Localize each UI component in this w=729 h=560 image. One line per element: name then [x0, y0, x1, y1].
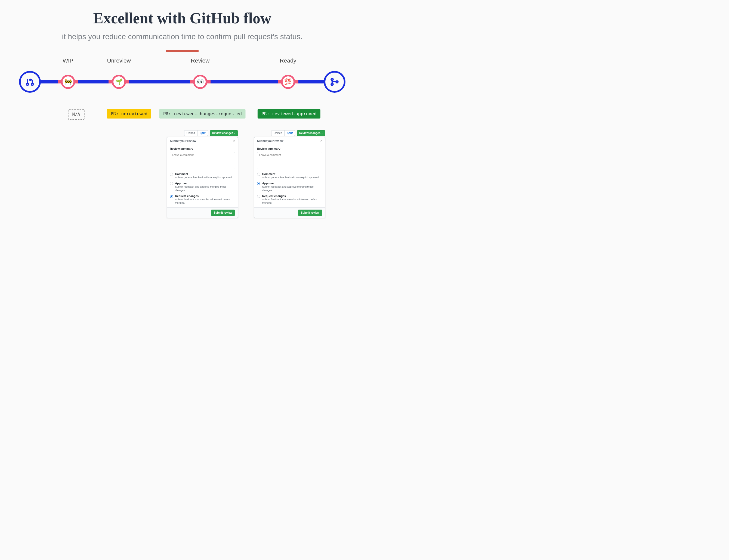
review-changes-label: Review changes: [299, 132, 320, 135]
stage-label-ready: Ready: [280, 57, 296, 64]
popover-title: Submit your review: [257, 139, 283, 142]
review-option-desc: Submit general feedback without explicit…: [175, 176, 232, 179]
review-option-request[interactable]: Request changesSubmit feedback that must…: [257, 194, 322, 205]
review-comment-input[interactable]: [170, 152, 235, 169]
review-panel-ready: UnifiedSplitReview changesSubmit your re…: [254, 130, 325, 218]
stage-label-wip: WIP: [63, 57, 73, 64]
review-option-request[interactable]: Request changesSubmit feedback that must…: [170, 194, 235, 205]
diff-view-toggle[interactable]: UnifiedSplit: [271, 130, 295, 136]
review-option-label: Request changes: [262, 194, 322, 198]
review-popover: Submit your review×Review summaryComment…: [254, 137, 325, 218]
review-option-label: Approve: [175, 182, 235, 185]
review-option-approve[interactable]: ApproveSubmit feedback and approve mergi…: [257, 182, 322, 192]
pr-label-badge: PR: reviewed-changes-requested: [159, 109, 246, 119]
radio-icon[interactable]: [170, 182, 173, 185]
svg-point-4: [336, 81, 338, 83]
close-icon[interactable]: ×: [320, 139, 322, 142]
review-option-desc: Submit feedback and approve merging thes…: [262, 185, 322, 192]
review-option-comment[interactable]: CommentSubmit general feedback without e…: [257, 172, 322, 179]
stage-node-wip: 🚧: [61, 75, 75, 89]
review-changes-button[interactable]: Review changes: [210, 130, 238, 136]
radio-icon[interactable]: [257, 173, 260, 176]
pr-label-badge: PR: reviewed-approved: [257, 109, 320, 119]
review-option-label: Comment: [175, 172, 232, 176]
flow-diagram: WIPUnreviewReviewReady 🚧🌱👀💯: [19, 68, 345, 109]
stage-node-unreview: 🌱: [112, 75, 126, 89]
review-option-label: Request changes: [175, 194, 235, 198]
review-option-comment[interactable]: CommentSubmit general feedback without e…: [170, 172, 235, 179]
split-toggle[interactable]: Split: [284, 130, 295, 136]
submit-review-button[interactable]: Submit review: [298, 210, 322, 216]
review-changes-label: Review changes: [212, 132, 233, 135]
unified-toggle[interactable]: Unified: [271, 130, 284, 136]
popover-footer: Submit review: [254, 207, 325, 218]
review-popover: Submit your review×Review summaryComment…: [167, 137, 238, 218]
stage-node-ready: 💯: [281, 75, 295, 89]
review-option-desc: Submit feedback that must be addressed b…: [175, 198, 235, 205]
review-panels-row: UnifiedSplitReview changesSubmit your re…: [19, 130, 345, 234]
stage-label-unreview: Unreview: [107, 57, 131, 64]
popover-body: Review summaryCommentSubmit general feed…: [167, 144, 238, 207]
svg-point-1: [31, 83, 33, 85]
svg-point-0: [26, 83, 28, 85]
radio-icon[interactable]: [257, 195, 260, 198]
stage-label-review: Review: [191, 57, 210, 64]
diff-toolbar: UnifiedSplitReview changes: [254, 130, 325, 136]
svg-point-3: [331, 83, 333, 85]
page-subtitle: it helps you reduce communication time t…: [0, 32, 364, 41]
stage-node-review: 👀: [193, 75, 207, 89]
pull-request-icon: [25, 77, 35, 87]
diff-view-toggle[interactable]: UnifiedSplit: [184, 130, 208, 136]
radio-icon[interactable]: [170, 173, 173, 176]
chevron-down-icon: [234, 133, 235, 134]
split-toggle[interactable]: Split: [197, 130, 208, 136]
popover-title: Submit your review: [170, 139, 196, 142]
chevron-down-icon: [321, 133, 323, 134]
flow-start-node: [19, 71, 41, 93]
badges-row: N/APR: unreviewedPR: reviewed-changes-re…: [19, 109, 345, 123]
review-option-label: Approve: [262, 182, 322, 185]
review-option-desc: Submit general feedback without explicit…: [262, 176, 319, 179]
divider: [166, 50, 198, 52]
radio-icon[interactable]: [170, 195, 173, 198]
popover-body: Review summaryCommentSubmit general feed…: [254, 144, 325, 207]
popover-footer: Submit review: [167, 207, 238, 218]
review-summary-label: Review summary: [170, 147, 235, 150]
review-option-label: Comment: [262, 172, 319, 176]
diff-toolbar: UnifiedSplitReview changes: [167, 130, 238, 136]
svg-point-2: [331, 78, 333, 80]
review-option-desc: Submit feedback that must be addressed b…: [262, 198, 322, 205]
submit-review-button[interactable]: Submit review: [211, 210, 235, 216]
page-title: Excellent with GitHub flow: [0, 10, 364, 27]
merge-icon: [330, 77, 339, 87]
review-option-desc: Submit feedback and approve merging thes…: [175, 185, 235, 192]
review-changes-button[interactable]: Review changes: [297, 130, 325, 136]
flow-end-node: [324, 71, 345, 93]
review-panel-review: UnifiedSplitReview changesSubmit your re…: [167, 130, 238, 218]
popover-header: Submit your review×: [254, 137, 325, 144]
hero-section: Excellent with GitHub flow it helps you …: [0, 0, 364, 52]
close-icon[interactable]: ×: [233, 139, 235, 142]
pr-label-badge: PR: unreviewed: [107, 109, 151, 119]
radio-icon[interactable]: [257, 182, 260, 185]
review-summary-label: Review summary: [257, 147, 322, 150]
pr-label-badge: N/A: [68, 109, 85, 120]
unified-toggle[interactable]: Unified: [184, 130, 197, 136]
review-option-approve[interactable]: ApproveSubmit feedback and approve mergi…: [170, 182, 235, 192]
popover-header: Submit your review×: [167, 137, 238, 144]
review-comment-input[interactable]: [257, 152, 322, 169]
